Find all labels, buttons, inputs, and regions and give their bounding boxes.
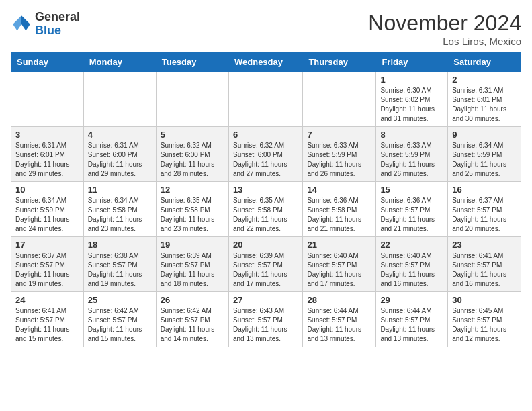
day-info: Sunrise: 6:41 AM Sunset: 5:57 PM Dayligh… (15, 306, 79, 344)
calendar-week-row: 24Sunrise: 6:41 AM Sunset: 5:57 PM Dayli… (11, 292, 521, 347)
logo-general-text: General (35, 11, 80, 24)
weekday-header-sunday: Sunday (11, 53, 84, 72)
day-number: 4 (88, 130, 152, 140)
calendar-cell: 12Sunrise: 6:35 AM Sunset: 5:58 PM Dayli… (156, 182, 228, 237)
location: Los Liros, Mexico (368, 36, 521, 47)
day-number: 2 (452, 75, 517, 85)
day-number: 21 (307, 240, 371, 250)
calendar-cell: 22Sunrise: 6:40 AM Sunset: 5:57 PM Dayli… (376, 237, 448, 292)
calendar-cell: 2Sunrise: 6:31 AM Sunset: 6:01 PM Daylig… (448, 72, 521, 127)
calendar-cell: 8Sunrise: 6:33 AM Sunset: 5:59 PM Daylig… (376, 127, 448, 182)
weekday-header-thursday: Thursday (303, 53, 376, 72)
day-info: Sunrise: 6:38 AM Sunset: 5:57 PM Dayligh… (88, 251, 152, 289)
svg-marker-0 (21, 15, 30, 24)
calendar-cell: 17Sunrise: 6:37 AM Sunset: 5:57 PM Dayli… (11, 237, 84, 292)
day-number: 25 (88, 295, 152, 305)
day-number: 1 (380, 75, 443, 85)
calendar-week-row: 10Sunrise: 6:34 AM Sunset: 5:59 PM Dayli… (11, 182, 521, 237)
calendar-cell: 13Sunrise: 6:35 AM Sunset: 5:58 PM Dayli… (228, 182, 302, 237)
calendar-cell: 15Sunrise: 6:36 AM Sunset: 5:57 PM Dayli… (376, 182, 448, 237)
calendar-cell: 26Sunrise: 6:42 AM Sunset: 5:57 PM Dayli… (156, 292, 228, 347)
day-number: 22 (380, 240, 443, 250)
calendar-cell: 7Sunrise: 6:33 AM Sunset: 5:59 PM Daylig… (303, 127, 376, 182)
day-info: Sunrise: 6:37 AM Sunset: 5:57 PM Dayligh… (15, 251, 79, 289)
calendar-cell: 16Sunrise: 6:37 AM Sunset: 5:57 PM Dayli… (448, 182, 521, 237)
day-info: Sunrise: 6:31 AM Sunset: 6:01 PM Dayligh… (452, 86, 517, 124)
weekday-header-monday: Monday (83, 53, 156, 72)
weekday-header-tuesday: Tuesday (156, 53, 228, 72)
day-number: 12 (161, 185, 224, 195)
calendar-cell: 21Sunrise: 6:40 AM Sunset: 5:57 PM Dayli… (303, 237, 376, 292)
day-info: Sunrise: 6:30 AM Sunset: 6:02 PM Dayligh… (380, 86, 443, 124)
day-number: 27 (233, 295, 298, 305)
calendar-cell: 9Sunrise: 6:34 AM Sunset: 5:59 PM Daylig… (448, 127, 521, 182)
day-info: Sunrise: 6:33 AM Sunset: 5:59 PM Dayligh… (307, 141, 371, 179)
calendar-cell: 3Sunrise: 6:31 AM Sunset: 6:01 PM Daylig… (11, 127, 84, 182)
day-info: Sunrise: 6:40 AM Sunset: 5:57 PM Dayligh… (307, 251, 371, 289)
calendar-cell: 4Sunrise: 6:31 AM Sunset: 6:00 PM Daylig… (83, 127, 156, 182)
day-number: 5 (161, 130, 224, 140)
day-number: 15 (380, 185, 443, 195)
calendar-cell (156, 72, 228, 127)
day-number: 19 (161, 240, 224, 250)
calendar-week-row: 1Sunrise: 6:30 AM Sunset: 6:02 PM Daylig… (11, 72, 521, 127)
day-info: Sunrise: 6:36 AM Sunset: 5:57 PM Dayligh… (380, 196, 443, 234)
day-info: Sunrise: 6:44 AM Sunset: 5:57 PM Dayligh… (307, 306, 371, 344)
calendar-cell: 25Sunrise: 6:42 AM Sunset: 5:57 PM Dayli… (83, 292, 156, 347)
day-info: Sunrise: 6:44 AM Sunset: 5:57 PM Dayligh… (380, 306, 443, 344)
day-info: Sunrise: 6:42 AM Sunset: 5:57 PM Dayligh… (161, 306, 224, 344)
page-header: General Blue November 2024 Los Liros, Me… (11, 11, 521, 47)
day-info: Sunrise: 6:31 AM Sunset: 6:01 PM Dayligh… (15, 141, 79, 179)
day-number: 16 (452, 185, 517, 195)
svg-marker-3 (13, 24, 21, 31)
day-info: Sunrise: 6:39 AM Sunset: 5:57 PM Dayligh… (233, 251, 298, 289)
calendar-cell: 27Sunrise: 6:43 AM Sunset: 5:57 PM Dayli… (228, 292, 302, 347)
calendar-cell: 14Sunrise: 6:36 AM Sunset: 5:58 PM Dayli… (303, 182, 376, 237)
day-info: Sunrise: 6:34 AM Sunset: 5:59 PM Dayligh… (452, 141, 517, 179)
day-number: 18 (88, 240, 152, 250)
logo-blue-text: Blue (35, 24, 80, 38)
weekday-header-friday: Friday (376, 53, 448, 72)
day-number: 9 (452, 130, 517, 140)
day-info: Sunrise: 6:33 AM Sunset: 5:59 PM Dayligh… (380, 141, 443, 179)
svg-marker-1 (13, 15, 21, 24)
day-number: 13 (233, 185, 298, 195)
calendar-cell: 19Sunrise: 6:39 AM Sunset: 5:57 PM Dayli… (156, 237, 228, 292)
calendar-cell: 11Sunrise: 6:34 AM Sunset: 5:58 PM Dayli… (83, 182, 156, 237)
day-info: Sunrise: 6:35 AM Sunset: 5:58 PM Dayligh… (161, 196, 224, 234)
calendar-week-row: 17Sunrise: 6:37 AM Sunset: 5:57 PM Dayli… (11, 237, 521, 292)
day-number: 11 (88, 185, 152, 195)
day-info: Sunrise: 6:32 AM Sunset: 6:00 PM Dayligh… (161, 141, 224, 179)
calendar-cell (228, 72, 302, 127)
weekday-header-saturday: Saturday (448, 53, 521, 72)
day-number: 8 (380, 130, 443, 140)
day-info: Sunrise: 6:31 AM Sunset: 6:00 PM Dayligh… (88, 141, 152, 179)
weekday-header-wednesday: Wednesday (228, 53, 302, 72)
day-info: Sunrise: 6:35 AM Sunset: 5:58 PM Dayligh… (233, 196, 298, 234)
day-info: Sunrise: 6:34 AM Sunset: 5:58 PM Dayligh… (88, 196, 152, 234)
day-number: 6 (233, 130, 298, 140)
day-number: 29 (380, 295, 443, 305)
day-info: Sunrise: 6:41 AM Sunset: 5:57 PM Dayligh… (452, 251, 517, 289)
calendar-cell: 5Sunrise: 6:32 AM Sunset: 6:00 PM Daylig… (156, 127, 228, 182)
day-info: Sunrise: 6:39 AM Sunset: 5:57 PM Dayligh… (161, 251, 224, 289)
logo: General Blue (11, 11, 80, 38)
day-info: Sunrise: 6:32 AM Sunset: 6:00 PM Dayligh… (233, 141, 298, 179)
day-number: 20 (233, 240, 298, 250)
calendar-cell (303, 72, 376, 127)
day-info: Sunrise: 6:43 AM Sunset: 5:57 PM Dayligh… (233, 306, 298, 344)
svg-marker-2 (21, 24, 30, 31)
calendar-cell: 10Sunrise: 6:34 AM Sunset: 5:59 PM Dayli… (11, 182, 84, 237)
title-block: November 2024 Los Liros, Mexico (368, 11, 521, 47)
month-title: November 2024 (368, 11, 521, 36)
logo-icon (11, 13, 32, 35)
day-number: 10 (15, 185, 79, 195)
day-info: Sunrise: 6:45 AM Sunset: 5:57 PM Dayligh… (452, 306, 517, 344)
day-number: 23 (452, 240, 517, 250)
day-number: 3 (15, 130, 79, 140)
calendar-cell: 6Sunrise: 6:32 AM Sunset: 6:00 PM Daylig… (228, 127, 302, 182)
day-number: 7 (307, 130, 371, 140)
logo-text: General Blue (35, 11, 80, 38)
day-info: Sunrise: 6:42 AM Sunset: 5:57 PM Dayligh… (88, 306, 152, 344)
calendar-cell: 24Sunrise: 6:41 AM Sunset: 5:57 PM Dayli… (11, 292, 84, 347)
